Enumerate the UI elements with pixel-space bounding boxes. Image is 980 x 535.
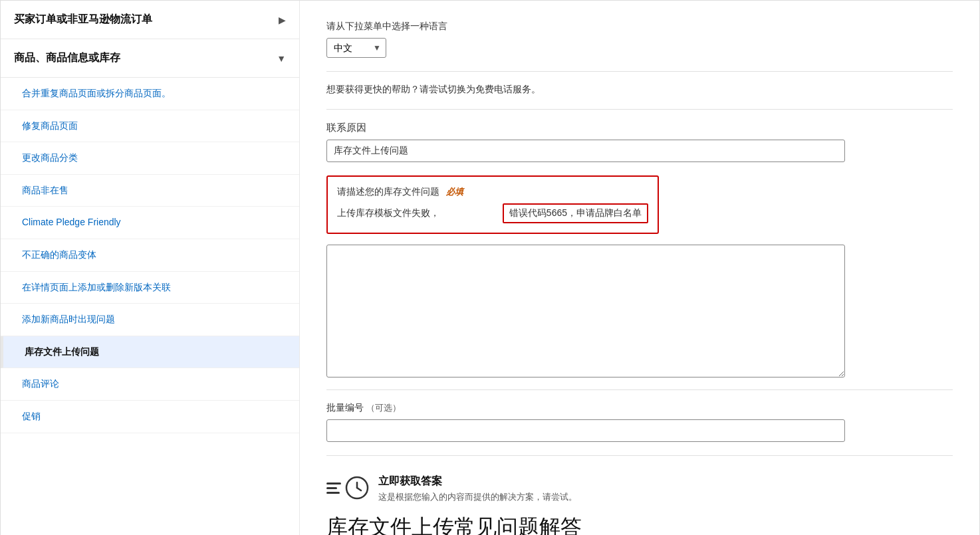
sidebar-item-climate[interactable]: Climate Pledge Friendly	[1, 207, 299, 239]
instant-icon-wrapper	[326, 475, 369, 500]
sidebar-item-add-new[interactable]: 添加新商品时出现问题	[1, 304, 299, 336]
sidebar-section-orders-title: 买家订单或非亚马逊物流订单	[14, 13, 152, 27]
clock-icon	[345, 476, 369, 500]
lang-select[interactable]: 中文English日本語한국어	[326, 38, 386, 58]
desc-box: 请描述您的库存文件问题 必填 上传库存模板文件失败， 错误代码5665，申请品牌…	[326, 175, 659, 234]
sidebar-section-orders-arrow: ▶	[279, 15, 286, 25]
divider-3	[326, 389, 953, 390]
desc-preview-row: 上传库存模板文件失败， 错误代码5665，申请品牌白名单	[337, 203, 648, 223]
desc-textarea[interactable]	[326, 245, 845, 377]
batch-section: 批量编号 （可选）	[326, 402, 953, 442]
lang-dropdown-wrapper: 中文English日本語한국어 ▼	[326, 38, 386, 58]
batch-optional-text: （可选）	[366, 403, 401, 413]
big-title: 库存文件上传常见问题解答	[326, 514, 953, 535]
divider-4	[326, 455, 953, 456]
required-badge: 必填	[446, 187, 463, 197]
main-content: 请从下拉菜单中选择一种语言 中文English日本語한국어 ▼ 想要获得更快的帮…	[300, 1, 979, 535]
instant-text-col: 立即获取答案 这是根据您输入的内容而提供的解决方案，请尝试。	[378, 475, 953, 503]
instant-title: 立即获取答案	[378, 475, 953, 488]
sidebar-item-inventory-upload[interactable]: 库存文件上传问题	[1, 336, 299, 369]
sidebar-items-list: 合并重复商品页面或拆分商品页面。修复商品页面更改商品分类商品非在售Climate…	[1, 78, 299, 433]
divider-2	[326, 109, 953, 110]
desc-text-preview: 上传库存模板文件失败，	[337, 207, 500, 219]
desc-box-label: 请描述您的库存文件问题 必填	[337, 186, 648, 198]
sidebar-section-products-title: 商品、商品信息或库存	[14, 51, 120, 65]
sidebar-item-merge[interactable]: 合并重复商品页面或拆分商品页面。	[1, 78, 299, 110]
help-tip-text: 想要获得更快的帮助？请尝试切换为免费电话服务。	[326, 84, 541, 94]
instant-answers-section: 立即获取答案 这是根据您输入的内容而提供的解决方案，请尝试。	[326, 475, 953, 503]
sidebar-section-products[interactable]: 商品、商品信息或库存 ▼	[1, 39, 299, 78]
batch-input[interactable]	[326, 419, 845, 442]
contact-reason-section: 联系原因	[326, 122, 953, 162]
contact-reason-input[interactable]	[326, 140, 845, 162]
desc-highlighted-box: 错误代码5665，申请品牌白名单	[503, 203, 648, 223]
divider-1	[326, 71, 953, 72]
sidebar: 买家订单或非亚马逊物流订单 ▶ 商品、商品信息或库存 ▼ 合并重复商品页面或拆分…	[1, 1, 300, 535]
sidebar-item-add-version[interactable]: 在详情页面上添加或删除新版本关联	[1, 272, 299, 304]
sidebar-item-review[interactable]: 商品评论	[1, 368, 299, 401]
instant-sub: 这是根据您输入的内容而提供的解决方案，请尝试。	[378, 491, 953, 503]
sidebar-item-wrong-variant[interactable]: 不正确的商品变体	[1, 239, 299, 272]
line-bar-2	[326, 487, 337, 489]
line-bar-1	[326, 482, 341, 484]
line-bar-3	[326, 492, 340, 494]
sidebar-item-promotion[interactable]: 促销	[1, 401, 299, 433]
batch-label: 批量编号 （可选）	[326, 402, 953, 414]
language-section: 请从下拉菜单中选择一种语言 中文English日本語한국어 ▼	[326, 21, 953, 58]
sidebar-item-category[interactable]: 更改商品分类	[1, 142, 299, 175]
sidebar-item-fix[interactable]: 修复商品页面	[1, 110, 299, 143]
svg-line-2	[357, 488, 361, 490]
sidebar-item-not-for-sale[interactable]: 商品非在售	[1, 175, 299, 207]
lang-label: 请从下拉菜单中选择一种语言	[326, 21, 953, 33]
contact-reason-label: 联系原因	[326, 122, 953, 134]
lines-icon	[326, 482, 341, 494]
sidebar-section-orders[interactable]: 买家订单或非亚马逊物流订单 ▶	[1, 1, 299, 39]
sidebar-section-products-arrow: ▼	[277, 53, 286, 64]
help-tip: 想要获得更快的帮助？请尝试切换为免费电话服务。	[326, 84, 953, 96]
